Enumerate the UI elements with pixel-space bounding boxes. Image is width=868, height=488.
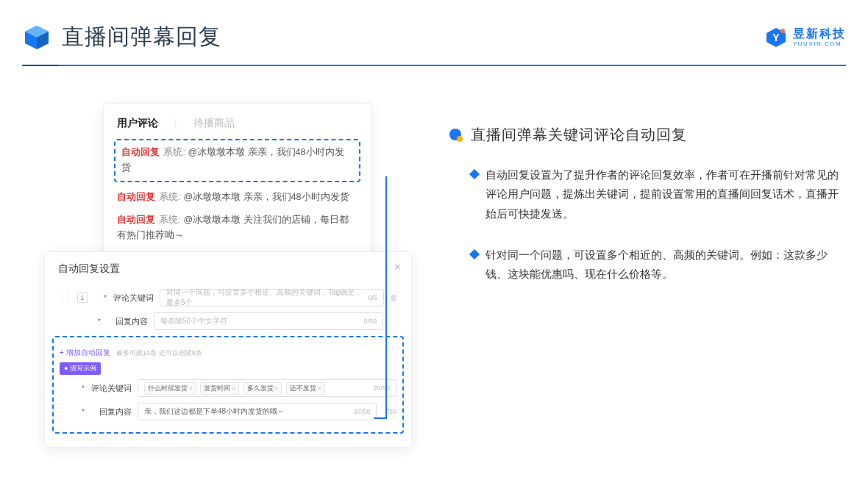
auto-reply-settings-modal: 自动回复设置 × ⋮⋮ 1 * 评论关键词 对同一个问题，可设置多个相近、高频的… [44,251,412,448]
tab-user-comments[interactable]: 用户评论 [117,117,158,130]
add-hint: 最多可建10条 还可以创建9条 [116,349,202,356]
example-keyword-input[interactable]: 什么时候发货× 发货时间× 多久发货× 还不发货× 20/50 [138,379,396,397]
comment-tabs: 用户评论 | 待播商品 [117,117,357,130]
system-label: 系统: [159,192,180,202]
example-reply-label: 回复内容 [90,406,132,417]
add-auto-reply-link[interactable]: + 增加自动回复 [60,348,110,356]
delete-icon[interactable]: 🗑 [390,293,398,302]
tag-remove-icon: × [275,385,279,392]
example-section: + 增加自动回复 最多可建10条 还可以创建9条 ● 填写示例 * 评论关键词 … [52,336,404,434]
example-reply-input[interactable]: 亲，我们这边都是下单48小时内发货的哦～ 37/50 [138,403,377,420]
required-marker: * [98,317,101,326]
cube-icon [22,23,51,52]
header-divider [22,65,846,66]
section-title: 直播间弹幕关键词评论自动回复 [471,125,687,145]
tag-remove-icon: × [232,385,235,392]
keyword-input[interactable]: 对同一个问题，可设置多个相近、高频的关键词，Tag确定，最多5个 0/5 [160,289,384,306]
side-counter: /50 [387,408,396,415]
svg-text:Y: Y [772,32,780,43]
close-icon[interactable]: × [394,261,401,274]
svg-point-5 [780,29,785,33]
comment-text: @冰墩墩本墩 亲亲，我们48小时内发货 [183,192,349,202]
explanation-column: 直播间弹幕关键词评论自动回复 自动回复设置为了提升作者的评论回复效率，作者可在开… [449,125,839,306]
bullet-item: 针对同一个问题，可设置多个相近的、高频的关键词。例如：这款多少钱、这块能优惠吗、… [449,245,839,284]
highlighted-comment: 自动回复 系统: @冰墩墩本墩 亲亲，我们48小时内发货 [114,139,360,182]
modal-title: 自动回复设置 [58,262,398,276]
keyword-row: ⋮⋮ 1 * 评论关键词 对同一个问题，可设置多个相近、高频的关键词，Tag确定… [58,289,398,306]
auto-reply-tag: 自动回复 [117,192,155,202]
row-index: 1 [77,293,88,303]
bullet-text: 自动回复设置为了提升作者的评论回复效率，作者可在开播前针对常见的评论用户问题，提… [485,165,839,223]
example-badge: ● 填写示例 [60,362,101,375]
svg-point-7 [457,136,463,142]
auto-reply-tag: 自动回复 [121,147,160,157]
keyword-label: 评论关键词 [113,293,154,304]
drag-handle-icon[interactable]: ⋮⋮ [58,294,71,302]
screenshot-panels: 用户评论 | 待播商品 自动回复 系统: @冰墩墩本墩 亲亲，我们48小时内发货… [44,103,419,448]
tag-remove-icon: × [189,385,193,392]
bullet-text: 针对同一个问题，可设置多个相近的、高频的关键词。例如：这款多少钱、这块能优惠吗、… [485,245,839,284]
diamond-icon [469,169,480,179]
comment-card: 用户评论 | 待播商品 自动回复 系统: @冰墩墩本墩 亲亲，我们48小时内发货… [103,103,371,260]
example-reply-counter: 37/50 [354,408,371,415]
required-marker: * [82,384,85,392]
logo-text-en: YUUXIN.COM [793,41,846,47]
callout-connector [374,176,387,419]
example-keyword-label: 评论关键词 [90,383,132,394]
example-reply-value: 亲，我们这边都是下单48小时内发货的哦～ [144,406,285,417]
logo-text-cn: 昱新科技 [793,28,846,40]
auto-reply-tag: 自动回复 [117,215,155,225]
required-marker: * [82,408,85,416]
tab-separator: | [174,117,177,130]
logo-icon: Y [765,26,787,49]
reply-label: 回复内容 [107,316,148,327]
required-marker: * [104,294,107,302]
keyword-tag[interactable]: 发货时间× [200,382,239,395]
reply-input[interactable]: 每条限50个中文字符 0/50 [154,312,383,330]
system-label: 系统: [159,215,180,225]
system-label: 系统: [163,147,185,157]
brand-logo: Y 昱新科技 YUUXIN.COM [765,26,846,49]
bubble-icon [449,128,463,143]
keyword-tag[interactable]: 还不发货× [286,382,325,395]
bullet-item: 自动回复设置为了提升作者的评论回复效率，作者可在开播前针对常见的评论用户问题，提… [449,165,839,223]
section-heading: 直播间弹幕关键词评论自动回复 [449,125,839,145]
page-header: 直播间弹幕回复 Y 昱新科技 YUUXIN.COM [22,22,846,52]
keyword-tag[interactable]: 多久发货× [243,382,282,395]
reply-placeholder: 每条限50个中文字符 [160,316,227,326]
page-title: 直播间弹幕回复 [62,22,221,52]
reply-row: * 回复内容 每条限50个中文字符 0/50 [58,312,398,330]
tag-remove-icon: × [318,385,321,392]
keyword-tag[interactable]: 什么时候发货× [144,382,196,395]
keyword-placeholder: 对同一个问题，可设置多个相近、高频的关键词，Tag确定，最多5个 [166,287,369,308]
diamond-icon [469,249,480,259]
tab-pending-products[interactable]: 待播商品 [193,117,235,130]
